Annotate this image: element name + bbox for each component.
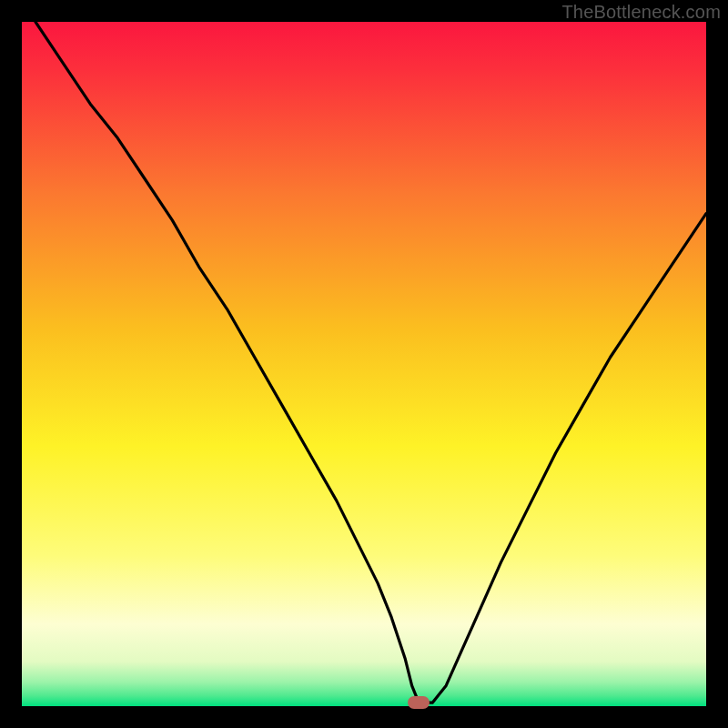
watermark-text: TheBottleneck.com xyxy=(561,2,721,23)
bottleneck-marker xyxy=(408,696,430,709)
chart-frame: TheBottleneck.com xyxy=(0,0,728,728)
gradient-background xyxy=(22,22,706,706)
chart-svg xyxy=(22,22,706,706)
plot-area xyxy=(22,22,706,706)
